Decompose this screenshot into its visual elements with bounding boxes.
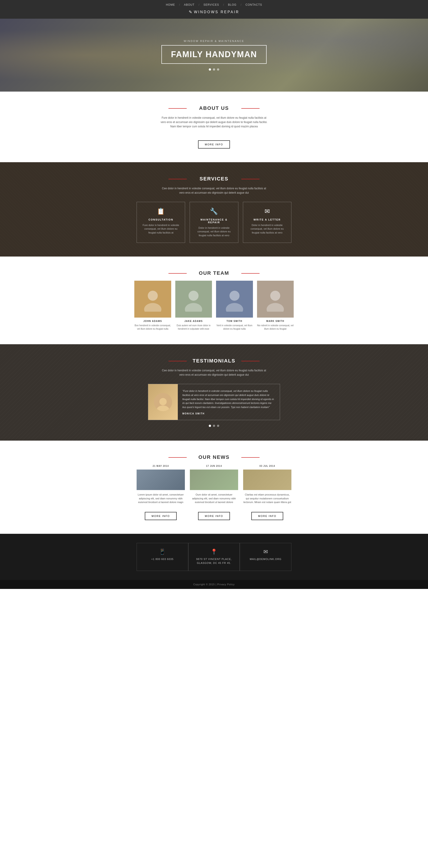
svg-point-0: [148, 291, 158, 301]
nav-separator: /: [179, 3, 180, 6]
team-desc-3: Nio ndrerit in volestie consequat, vel i…: [257, 324, 294, 331]
footer-contact-text-2: MAIL@DEMOLINK.ORG: [244, 557, 287, 561]
news-grid: 21 MAY 2014 Lorem ipsum dolor sit amet, …: [137, 465, 291, 520]
footer-contact-text-0: +1 800 603 6035: [141, 557, 184, 561]
about-desc: Fure dolor in hendrerit in volestie cons…: [159, 116, 269, 129]
testimonial-dot-2[interactable]: [217, 425, 219, 427]
svg-point-8: [159, 398, 167, 405]
hero-dot-0[interactable]: [209, 68, 211, 71]
service-icon-1: 🔧: [194, 208, 234, 215]
footer-contact-icon-0: 📱: [141, 549, 184, 555]
service-card-2: ✉ WRITE A LETTER Dolor in hendrerit in v…: [243, 202, 291, 243]
testimonials-section: TESTIMONIALS Cee dolor in hendrerit in v…: [0, 344, 428, 441]
service-card-1: 🔧 MAINTENANCE & REPAIR Dolor in hendreri…: [190, 202, 238, 243]
testimonial-box: "Fure dolor in hendrerit in volestie con…: [148, 384, 280, 420]
avatar-svg: [155, 395, 171, 411]
nav-item-home[interactable]: HOME: [166, 3, 175, 6]
news-image-0: [137, 469, 185, 490]
services-section: SERVICES Cee dolor in hendrerit in voles…: [0, 162, 428, 257]
testimonials-title: TESTIMONIALS: [5, 358, 423, 364]
news-date-0: 21 MAY 2014: [137, 465, 185, 467]
svg-point-9: [157, 405, 169, 411]
service-title-0: CONSULTATION: [141, 218, 181, 221]
news-title: OUR NEWS: [5, 454, 423, 460]
team-section: OUR TEAM JOHN ADAMS Bon hendrerit in vol…: [0, 256, 428, 344]
team-name-2: TOM SMITH: [216, 320, 253, 322]
service-title-2: WRITE A LETTER: [247, 218, 287, 221]
hero-subtitle: WINDOW REPAIR & MAINTENANCE: [184, 40, 244, 42]
team-photo-3: [257, 281, 294, 318]
nav-separator: /: [223, 3, 224, 6]
news-more-button-2[interactable]: MORE INFO: [251, 512, 283, 520]
hero-section: WINDOW REPAIR & MAINTENANCE FAMILY HANDY…: [0, 19, 428, 92]
services-desc: Cee dolor in hendrerit in volestie conse…: [159, 186, 269, 195]
news-date-2: 03 JUL 2014: [243, 465, 291, 467]
news-text-2: Claritas est etiam processus dynamicus, …: [243, 493, 291, 504]
nav-item-about[interactable]: ABOUT: [184, 3, 194, 6]
team-desc-0: Bon hendrerit in volestie consequat, vel…: [134, 324, 171, 331]
services-grid: 📋 CONSULTATION Fure dolor in hendrerit i…: [137, 202, 291, 243]
nav-item-contacts[interactable]: CONTACTS: [245, 3, 262, 6]
news-section: OUR NEWS 21 MAY 2014 Lorem ipsum dolor s…: [0, 441, 428, 534]
hero-dot-2[interactable]: [217, 68, 219, 71]
about-more-button[interactable]: MORE INFO: [198, 140, 230, 149]
team-title: OUR TEAM: [5, 270, 423, 276]
logo-icon: ✎: [189, 9, 192, 14]
testimonials-desc: Cee dolor in hendrerit in volestie conse…: [159, 368, 269, 377]
testimonial-dots[interactable]: [5, 425, 423, 427]
footer-contact-icon-2: ✉: [244, 549, 287, 555]
footer-contact-text-1: 9870 ST VINCENT PLACE, GLASGOW, DC 45 FR…: [193, 557, 236, 565]
team-grid: JOHN ADAMS Bon hendrerit in volestie con…: [134, 281, 294, 331]
svg-point-2: [189, 291, 199, 301]
testimonial-content: "Fure dolor in hendrerit in volestie con…: [178, 384, 280, 420]
team-avatar-svg-3: [263, 287, 288, 312]
service-card-0: 📋 CONSULTATION Fure dolor in hendrerit i…: [137, 202, 185, 243]
footer-contact: 📱 +1 800 603 6035 📍 9870 ST VINCENT PLAC…: [0, 534, 428, 580]
news-image-1: [190, 469, 238, 490]
nav-item-blog[interactable]: BLOG: [228, 3, 236, 6]
news-text-1: Oum dolor sit amet, consectetuer adipisc…: [190, 493, 238, 504]
service-icon-2: ✉: [247, 208, 287, 215]
footer-contact-item-0: 📱 +1 800 603 6035: [137, 543, 188, 571]
news-card-1: 17 JUN 2014 Oum dolor sit amet, consecte…: [190, 465, 238, 520]
testimonial-quote: "Fure dolor in hendrerit in volestie con…: [183, 389, 275, 409]
team-member-1: JAKE ADAMS Duis autem vel eum iriure dol…: [175, 281, 212, 331]
hero-dot-1[interactable]: [213, 68, 215, 71]
logo-text: WINDOWS REPAIR: [194, 10, 239, 14]
footer-bottom: Copyright © 2015 | Privacy Policy: [0, 580, 428, 589]
news-image-2: [243, 469, 291, 490]
service-title-1: MAINTENANCE & REPAIR: [194, 218, 234, 224]
hero-dots[interactable]: [209, 68, 219, 71]
footer-contact-item-2: ✉ MAIL@DEMOLINK.ORG: [240, 543, 291, 571]
testimonial-dot-1[interactable]: [213, 425, 215, 427]
nav-separator: /: [199, 3, 199, 6]
service-desc-0: Fure dolor in hendrerit in volestie cons…: [141, 223, 181, 235]
footer-contact-icon-1: 📍: [193, 549, 236, 555]
news-more-button-1[interactable]: MORE INFO: [198, 512, 230, 520]
team-member-0: JOHN ADAMS Bon hendrerit in volestie con…: [134, 281, 171, 331]
testimonial-dot-0[interactable]: [209, 425, 211, 427]
nav-item-services[interactable]: SERVICES: [203, 3, 219, 6]
testimonial-name: MONICA SMITH: [183, 412, 275, 415]
svg-point-3: [185, 303, 202, 312]
team-member-2: TOM SMITH Verit in volestie consequat, v…: [216, 281, 253, 331]
hero-title: FAMILY HANDYMAN: [171, 50, 257, 59]
footer-contact-item-1: 📍 9870 ST VINCENT PLACE, GLASGOW, DC 45 …: [188, 543, 240, 571]
team-name-3: MARK SMITH: [257, 320, 294, 322]
svg-point-1: [144, 303, 161, 312]
news-card-2: 03 JUL 2014 Claritas est etiam processus…: [243, 465, 291, 520]
team-member-3: MARK SMITH Nio ndrerit in volestie conse…: [257, 281, 294, 331]
team-photo-0: [134, 281, 171, 318]
svg-point-6: [270, 291, 280, 301]
team-desc-1: Duis autem vel eum iriure dolor in hendr…: [175, 324, 212, 331]
navigation: HOME/ABOUT/SERVICES/BLOG/CONTACTS: [0, 0, 428, 9]
svg-point-5: [226, 303, 243, 312]
testimonial-photo: [148, 384, 178, 420]
service-desc-1: Dolor in hendrerit in volestie consequat…: [194, 226, 234, 238]
svg-point-4: [229, 291, 239, 301]
service-icon-0: 📋: [141, 208, 181, 215]
news-text-0: Lorem ipsum dolor sit amet, consectetuer…: [137, 493, 185, 504]
team-photo-2: [216, 281, 253, 318]
about-title: ABOUT US: [5, 105, 423, 111]
news-more-button-0[interactable]: MORE INFO: [145, 512, 177, 520]
